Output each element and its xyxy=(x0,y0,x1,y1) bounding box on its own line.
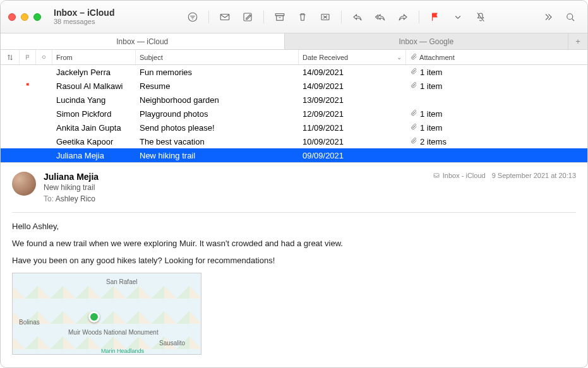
envelope-icon[interactable] xyxy=(214,8,236,26)
row-attachment: 1 item xyxy=(406,123,587,133)
title-block: Inbox – iCloud 38 messages xyxy=(54,8,136,27)
avatar xyxy=(12,172,36,196)
preview-mailbox[interactable]: Inbox - iCloud xyxy=(433,172,486,179)
svg-rect-8 xyxy=(434,174,439,177)
compose-button[interactable] xyxy=(237,8,258,26)
map-label: Sausalito xyxy=(159,340,185,347)
map-pin-icon xyxy=(88,311,100,323)
add-tab-button[interactable]: + xyxy=(568,33,587,49)
svg-point-7 xyxy=(42,56,45,59)
paperclip-icon xyxy=(410,137,417,146)
row-date: 10/09/2021 xyxy=(299,137,406,146)
row-attachment: 1 item xyxy=(406,68,587,77)
flag-column-header[interactable] xyxy=(20,50,36,64)
preview-pane: Juliana Mejia New hiking trail To: Ashle… xyxy=(1,162,587,367)
window-controls xyxy=(8,13,41,21)
row-attachment: 1 item xyxy=(406,109,587,119)
tab-icloud[interactable]: Inbox — iCloud xyxy=(1,33,285,49)
mute-button[interactable] xyxy=(470,8,491,26)
row-subject: The best vacation xyxy=(136,137,299,146)
paperclip-icon xyxy=(410,123,417,133)
preview-subject: New hiking trail xyxy=(44,183,425,192)
mail-row[interactable]: Lucinda YangNeighborhood garden13/09/202… xyxy=(1,93,587,107)
row-from: Lucinda Yang xyxy=(52,95,136,105)
subject-column-header[interactable]: Subject xyxy=(136,50,299,64)
date-column-header[interactable]: Date Received⌄ xyxy=(299,50,406,64)
read-status-column-header[interactable] xyxy=(36,50,52,64)
mail-row[interactable]: Rasoul Al MalkawiResume14/09/20211 item xyxy=(1,79,587,93)
delete-button[interactable] xyxy=(292,8,313,26)
map-attachment[interactable]: San Rafael Muir Woods National Monument … xyxy=(12,273,201,355)
paperclip-icon xyxy=(410,81,417,91)
paperclip-icon xyxy=(410,109,417,119)
minimize-window-button[interactable] xyxy=(21,13,28,21)
tab-google[interactable]: Inbox — Google xyxy=(285,33,569,49)
forward-button[interactable] xyxy=(392,8,414,26)
row-from: Juliana Mejia xyxy=(52,151,136,160)
search-button[interactable] xyxy=(560,8,581,26)
svg-point-6 xyxy=(567,13,573,19)
reply-button[interactable] xyxy=(347,8,368,26)
from-column-header[interactable]: From xyxy=(52,50,136,64)
attachment-column-header[interactable]: Attachment xyxy=(406,50,587,64)
row-date: 12/09/2021 xyxy=(299,109,406,119)
map-label: Muir Woods National Monument xyxy=(68,329,159,336)
preview-recipient: Ashley Rico xyxy=(56,194,95,203)
window-title: Inbox – iCloud xyxy=(54,8,136,18)
preview-timestamp: 9 September 2021 at 20:13 xyxy=(492,172,576,179)
row-date: 11/09/2021 xyxy=(299,123,406,133)
close-window-button[interactable] xyxy=(8,13,16,21)
chevron-down-icon: ⌄ xyxy=(397,54,402,61)
body-paragraph: We found a new trail when we were explor… xyxy=(12,239,576,248)
more-toolbar-button[interactable] xyxy=(537,8,558,26)
paperclip-icon xyxy=(410,68,417,77)
row-attachment: 2 items xyxy=(406,137,587,146)
row-subject: Send photos please! xyxy=(136,123,299,133)
preview-to-line: To: Ashley Rico xyxy=(44,194,425,203)
row-date: 14/09/2021 xyxy=(299,68,406,77)
flag-menu-chevron-icon[interactable] xyxy=(447,8,469,26)
row-from: Geetika Kapoor xyxy=(52,137,136,146)
row-subject: Neighborhood garden xyxy=(136,95,299,105)
flag-icon xyxy=(25,81,32,91)
flag-button[interactable] xyxy=(424,8,446,26)
mail-row[interactable]: Ankita Jain GuptaSend photos please!11/0… xyxy=(1,121,587,134)
row-from: Ankita Jain Gupta xyxy=(52,123,136,133)
mail-row[interactable]: Geetika KapoorThe best vacation10/09/202… xyxy=(1,134,587,148)
inbox-icon xyxy=(433,172,440,179)
reply-all-button[interactable] xyxy=(369,8,391,26)
sort-column[interactable] xyxy=(1,50,20,64)
mail-row[interactable]: Jackelyn PerraFun memories14/09/20211 it… xyxy=(1,65,587,79)
mailbox-tabs: Inbox — iCloud Inbox — Google + xyxy=(1,33,587,50)
body-paragraph: Have you been on any good hikes lately? … xyxy=(12,256,576,265)
preview-sender: Juliana Mejia xyxy=(44,172,425,182)
row-subject: Resume xyxy=(136,81,299,91)
body-paragraph: Hello Ashley, xyxy=(12,222,576,231)
svg-point-0 xyxy=(188,13,197,21)
archive-button[interactable] xyxy=(269,8,291,26)
map-label: Marin Headlands xyxy=(101,348,144,354)
row-subject: Playground photos xyxy=(136,109,299,119)
row-from: Simon Pickford xyxy=(52,109,136,119)
message-count: 38 messages xyxy=(54,18,136,26)
list-header: From Subject Date Received⌄ Attachment xyxy=(1,50,587,65)
paperclip-icon xyxy=(410,53,417,62)
row-subject: Fun memories xyxy=(136,68,299,77)
row-date: 09/09/2021 xyxy=(299,151,406,160)
row-attachment: 1 item xyxy=(406,81,587,91)
mail-row[interactable]: Juliana MejiaNew hiking trail09/09/2021 xyxy=(1,148,587,162)
preview-body: Hello Ashley,We found a new trail when w… xyxy=(12,222,576,265)
row-date: 14/09/2021 xyxy=(299,81,406,91)
row-from: Jackelyn Perra xyxy=(52,68,136,77)
svg-rect-4 xyxy=(276,15,283,20)
to-label: To: xyxy=(44,194,54,203)
svg-rect-1 xyxy=(220,14,229,20)
junk-button[interactable] xyxy=(315,8,336,26)
titlebar: Inbox – iCloud 38 messages xyxy=(1,1,587,33)
filter-button[interactable] xyxy=(182,8,203,26)
mail-list: Jackelyn PerraFun memories14/09/20211 it… xyxy=(1,65,587,162)
row-subject: New hiking trail xyxy=(136,151,299,160)
zoom-window-button[interactable] xyxy=(33,13,41,21)
mail-row[interactable]: Simon PickfordPlayground photos12/09/202… xyxy=(1,107,587,121)
toolbar xyxy=(141,8,532,26)
